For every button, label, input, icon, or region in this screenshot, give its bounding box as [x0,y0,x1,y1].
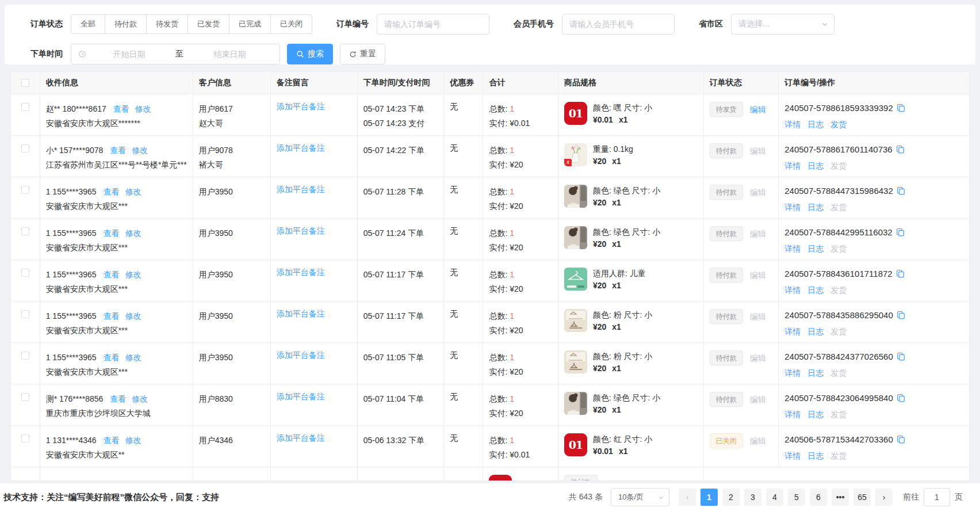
row-checkbox[interactable] [21,352,29,360]
order-log-link[interactable]: 日志 [807,451,824,460]
copy-icon[interactable] [897,435,905,444]
page-button-1[interactable]: 1 [700,489,718,506]
start-date-input[interactable] [86,49,172,59]
page-button-4[interactable]: 4 [766,489,783,506]
member-phone-input[interactable] [562,14,675,35]
view-recipient-link[interactable]: 查看 [113,104,129,113]
copy-icon[interactable] [897,394,905,402]
order-detail-link[interactable]: 详情 [784,327,801,336]
add-remark-link[interactable]: 添加平台备注 [277,433,325,443]
row-checkbox[interactable] [21,310,29,318]
row-checkbox[interactable] [21,103,29,111]
status-tab-2[interactable]: 待付款 [105,14,147,34]
ship-order-link[interactable]: 发货 [830,120,847,129]
copy-icon[interactable] [896,269,905,278]
order-log-link[interactable]: 日志 [807,368,824,377]
ship-order-link[interactable]: 发货 [830,244,847,253]
add-remark-link[interactable]: 添加平台备注 [277,268,325,277]
copy-icon[interactable] [897,186,905,195]
order-log-link[interactable]: 日志 [807,203,824,212]
order-log-link[interactable]: 日志 [807,285,824,295]
status-tab-1[interactable]: 全部 [71,14,105,34]
add-remark-link[interactable]: 添加平台备注 [277,350,325,360]
prev-page-button[interactable]: ‹ [679,489,696,506]
ship-order-link[interactable]: 发货 [830,451,847,460]
page-size-select[interactable]: 10条/页 [611,488,669,506]
edit-order-link[interactable]: 编辑 [750,268,766,283]
order-log-link[interactable]: 日志 [807,244,824,253]
add-remark-link[interactable]: 添加平台备注 [277,392,325,401]
status-tab-6[interactable]: 已关闭 [271,14,312,34]
more-pages-button[interactable]: ••• [832,489,849,506]
order-detail-link[interactable]: 详情 [784,451,801,460]
edit-order-link[interactable]: 编辑 [750,392,766,407]
row-checkbox[interactable] [21,393,29,401]
order-detail-link[interactable]: 详情 [784,368,801,377]
order-number-input[interactable] [377,14,489,35]
ship-order-link[interactable]: 发货 [830,161,847,170]
modify-recipient-link[interactable]: 修改 [132,146,148,155]
edit-order-link[interactable]: 编辑 [750,143,766,158]
end-date-input[interactable] [187,49,273,59]
order-detail-link[interactable]: 详情 [784,244,801,253]
page-button-65[interactable]: 65 [853,489,871,506]
order-detail-link[interactable]: 详情 [784,120,801,129]
view-recipient-link[interactable]: 查看 [104,187,120,196]
status-tab-5[interactable]: 已完成 [229,14,271,34]
add-remark-link[interactable]: 添加平台备注 [277,143,325,152]
add-remark-link[interactable]: 添加平台备注 [277,185,325,194]
modify-recipient-link[interactable]: 修改 [125,436,141,445]
modify-recipient-link[interactable]: 修改 [125,311,141,321]
search-button[interactable]: 搜索 [287,44,333,64]
view-recipient-link[interactable]: 查看 [110,146,126,155]
view-recipient-link[interactable]: 查看 [104,436,120,445]
order-detail-link[interactable]: 详情 [784,410,801,419]
ship-order-link[interactable]: 发货 [830,410,847,419]
view-recipient-link[interactable]: 查看 [104,270,120,279]
modify-recipient-link[interactable]: 修改 [132,394,148,403]
order-detail-link[interactable]: 详情 [784,203,801,212]
modify-recipient-link[interactable]: 修改 [135,104,151,113]
edit-order-link[interactable]: 编辑 [750,309,766,324]
copy-icon[interactable] [896,228,905,237]
page-button-5[interactable]: 5 [788,489,805,506]
modify-recipient-link[interactable]: 修改 [125,353,141,362]
copy-icon[interactable] [897,352,905,361]
row-checkbox[interactable] [21,434,29,443]
next-page-button[interactable]: › [875,489,893,506]
view-recipient-link[interactable]: 查看 [104,311,120,321]
add-remark-link[interactable]: 添加平台备注 [277,226,325,235]
copy-icon[interactable] [897,311,905,319]
status-tab-3[interactable]: 待发货 [147,14,188,34]
modify-recipient-link[interactable]: 修改 [125,187,141,196]
row-checkbox[interactable] [21,186,29,194]
view-recipient-link[interactable]: 查看 [110,394,126,403]
order-detail-link[interactable]: 详情 [784,161,801,170]
date-range-picker[interactable]: 至 [71,44,280,64]
select-all-checkbox[interactable] [21,79,29,87]
order-log-link[interactable]: 日志 [807,327,824,336]
ship-order-link[interactable]: 发货 [830,203,847,212]
view-recipient-link[interactable]: 查看 [104,353,120,362]
order-log-link[interactable]: 日志 [807,120,824,129]
page-button-6[interactable]: 6 [810,489,827,506]
row-checkbox[interactable] [21,144,29,152]
modify-recipient-link[interactable]: 修改 [125,228,141,238]
goto-page-input[interactable] [924,488,950,506]
status-tab-4[interactable]: 已发货 [188,14,229,34]
reset-button[interactable]: 重置 [340,44,385,64]
view-recipient-link[interactable]: 查看 [104,228,120,238]
row-checkbox[interactable] [21,269,29,277]
edit-order-link[interactable]: 编辑 [750,350,766,365]
ship-order-link[interactable]: 发货 [830,285,847,295]
copy-icon[interactable] [897,104,905,112]
order-log-link[interactable]: 日志 [807,161,824,170]
copy-icon[interactable] [896,145,905,154]
edit-order-link[interactable]: 编辑 [750,433,766,448]
edit-order-link[interactable]: 编辑 [750,185,766,200]
page-button-3[interactable]: 3 [744,489,761,506]
ship-order-link[interactable]: 发货 [830,327,847,336]
edit-order-link[interactable]: 编辑 [750,226,766,241]
add-remark-link[interactable]: 添加平台备注 [277,102,325,111]
edit-order-link[interactable]: 编辑 [750,102,766,117]
